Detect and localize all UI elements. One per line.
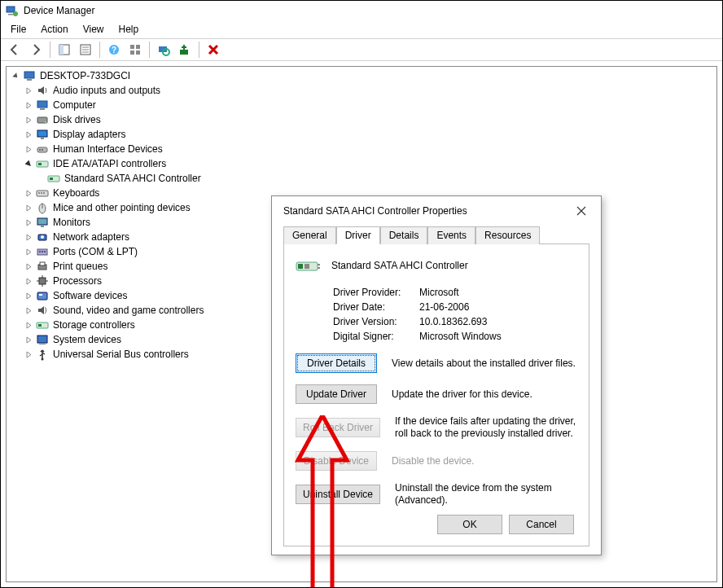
tree-item[interactable]: Disk drives — [8, 112, 715, 127]
add-legacy-button[interactable] — [176, 41, 194, 59]
svg-point-45 — [42, 251, 43, 252]
tree-child-item[interactable]: Standard SATA AHCI Controller — [8, 171, 715, 186]
tab-resources[interactable]: Resources — [475, 226, 540, 244]
cancel-button[interactable]: Cancel — [509, 515, 574, 534]
provider-key: Driver Provider: — [333, 287, 419, 298]
tab-details[interactable]: Details — [380, 226, 428, 244]
expand-icon[interactable] — [23, 99, 34, 111]
tree-item[interactable]: Display adapters — [8, 127, 715, 142]
properties-button[interactable] — [77, 41, 94, 59]
svg-rect-14 — [136, 50, 140, 55]
svg-rect-12 — [136, 45, 140, 49]
svg-rect-18 — [24, 72, 34, 78]
expand-icon[interactable] — [23, 85, 34, 96]
tree-item-label: Ports (COM & LPT) — [52, 246, 138, 257]
svg-point-46 — [44, 251, 46, 252]
svg-rect-0 — [7, 7, 15, 12]
svg-point-27 — [39, 149, 41, 151]
driver-details-button[interactable]: Driver Details — [296, 353, 377, 373]
audio-icon — [36, 84, 49, 97]
tree-item-label: Sound, video and game controllers — [52, 305, 204, 316]
help-button[interactable]: ? — [105, 41, 123, 59]
tree-child-label: Standard SATA AHCI Controller — [64, 173, 202, 184]
tree-item-label: Network adapters — [52, 231, 130, 243]
close-button[interactable] — [570, 203, 593, 219]
dialog-titlebar[interactable]: Standard SATA AHCI Controller Properties — [272, 196, 601, 224]
update-driver-button[interactable]: Update Driver — [296, 384, 377, 404]
expand-icon[interactable] — [23, 261, 34, 272]
properties-dialog: Standard SATA AHCI Controller Properties… — [271, 195, 602, 555]
expand-icon[interactable] — [23, 129, 34, 140]
tab-events[interactable]: Events — [427, 226, 475, 244]
expand-icon[interactable] — [23, 305, 34, 316]
svg-rect-39 — [37, 218, 47, 225]
menu-view[interactable]: View — [77, 22, 111, 37]
tree-item-label: Print queues — [52, 261, 108, 272]
expand-icon[interactable] — [23, 246, 34, 257]
svg-rect-35 — [41, 192, 42, 194]
svg-point-23 — [45, 121, 46, 123]
svg-rect-57 — [38, 324, 42, 327]
ok-button[interactable]: OK — [437, 515, 502, 534]
svg-point-2 — [13, 11, 18, 16]
expand-icon[interactable] — [23, 217, 34, 228]
svg-rect-54 — [37, 292, 47, 300]
tab-strip: General Driver Details Events Resources — [283, 226, 589, 244]
svg-point-42 — [41, 235, 44, 239]
expand-icon[interactable] — [23, 290, 34, 301]
svg-rect-4 — [59, 45, 64, 55]
storage-icon — [36, 318, 49, 331]
expand-icon[interactable] — [23, 143, 34, 155]
tree-item-label: Software devices — [52, 290, 128, 301]
back-button[interactable] — [6, 41, 24, 59]
tree-item-label: Audio inputs and outputs — [52, 85, 161, 96]
expand-icon[interactable] — [23, 334, 34, 345]
svg-rect-48 — [40, 262, 45, 265]
expand-icon[interactable] — [23, 187, 34, 199]
svg-rect-24 — [37, 130, 47, 137]
expand-icon[interactable] — [23, 319, 34, 331]
driver-tab-page: Standard SATA AHCI Controller Driver Pro… — [283, 244, 589, 546]
mouse-icon — [36, 201, 49, 214]
svg-rect-59 — [39, 344, 46, 344]
tree-item[interactable]: Audio inputs and outputs — [8, 83, 715, 98]
svg-rect-64 — [318, 264, 320, 265]
menu-action[interactable]: Action — [34, 22, 74, 37]
menu-help[interactable]: Help — [112, 22, 146, 37]
svg-rect-62 — [298, 264, 303, 269]
svg-rect-40 — [41, 226, 44, 227]
tree-item[interactable]: IDE ATA/ATAPI controllers — [8, 156, 715, 171]
ports-icon — [36, 245, 49, 258]
expand-icon[interactable] — [23, 231, 34, 243]
show-hide-tree-button[interactable] — [55, 41, 73, 59]
toolbar-divider — [199, 42, 199, 58]
tree-root[interactable]: DESKTOP-733DGCI — [8, 68, 715, 83]
menu-file[interactable]: File — [4, 22, 33, 37]
tab-driver[interactable]: Driver — [336, 226, 380, 244]
tree-item-label: Display adapters — [52, 129, 126, 140]
expand-icon[interactable] — [23, 114, 34, 125]
computer-icon — [36, 99, 49, 112]
uninstall-button[interactable] — [204, 41, 222, 59]
expand-icon[interactable] — [23, 275, 34, 287]
svg-rect-19 — [27, 79, 32, 81]
svg-rect-58 — [37, 336, 47, 343]
tab-general[interactable]: General — [283, 226, 336, 244]
collapse-icon[interactable] — [10, 70, 21, 81]
system-icon — [36, 333, 49, 346]
uninstall-device-button[interactable]: Uninstall Device — [296, 485, 380, 504]
svg-rect-32 — [50, 178, 53, 180]
hid-icon — [36, 143, 49, 156]
svg-rect-17 — [180, 50, 188, 55]
print-icon — [36, 260, 49, 273]
icons-button[interactable] — [126, 41, 144, 59]
tree-item[interactable]: Computer — [8, 98, 715, 112]
expand-icon[interactable] — [23, 202, 34, 213]
expand-icon[interactable] — [23, 349, 34, 360]
scan-hardware-button[interactable] — [155, 41, 173, 59]
forward-button[interactable] — [27, 41, 45, 59]
collapse-icon[interactable] — [23, 158, 34, 169]
svg-rect-25 — [41, 138, 44, 139]
root-label: DESKTOP-733DGCI — [39, 70, 131, 81]
tree-item[interactable]: Human Interface Devices — [8, 142, 715, 156]
